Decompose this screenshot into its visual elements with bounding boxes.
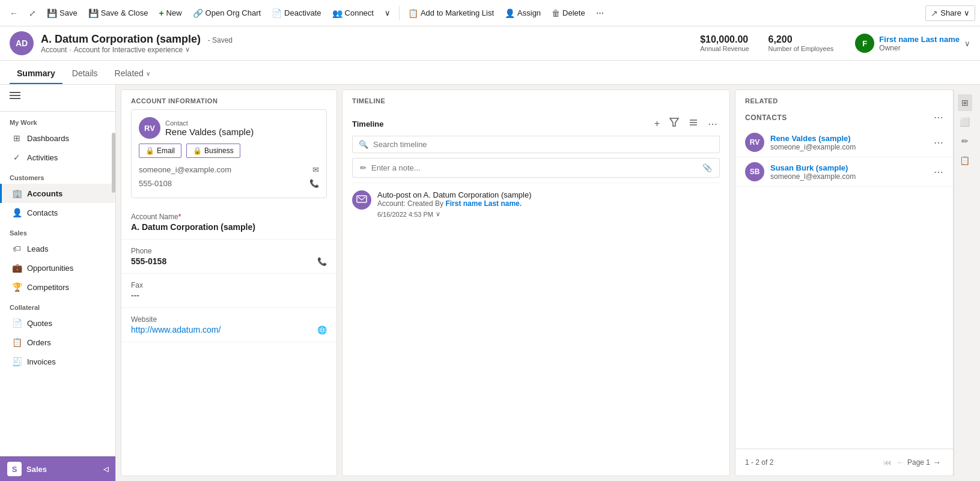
toolbar-dropdown-button[interactable]: ∨: [380, 6, 395, 20]
pagination-first-button[interactable]: ⏮: [881, 456, 894, 468]
contacts-label: CONTACTS: [745, 113, 934, 122]
contact-rene-avatar: RV: [745, 133, 764, 152]
email-button[interactable]: 🔒 Email: [139, 144, 181, 158]
deactivate-button[interactable]: 📄 Deactivate: [267, 6, 326, 20]
new-button[interactable]: + New: [154, 6, 186, 20]
post-dropdown-button[interactable]: ∨: [436, 210, 440, 218]
org-chart-button[interactable]: 🔗 Open Org Chart: [188, 6, 266, 20]
sidebar-item-accounts[interactable]: 🏢 Accounts: [0, 184, 115, 203]
account-name-label: Account Name*: [131, 213, 327, 221]
right-panel-container: RELATED CONTACTS ⋯ RV Rene Valdes (sampl…: [735, 89, 975, 476]
sidebar-item-leads[interactable]: 🏷 Leads: [0, 239, 115, 258]
side-icon-edit[interactable]: ✏: [958, 133, 972, 150]
app-chevron: ◁: [103, 465, 108, 473]
entity-header: AD A. Datum Corporation (sample) - Saved…: [0, 26, 980, 61]
owner-name[interactable]: First name Last name: [879, 35, 960, 44]
expand-icon: ⤢: [29, 8, 36, 18]
timeline-search: 🔍: [352, 136, 720, 153]
phone-label: Phone: [131, 247, 327, 255]
business-button[interactable]: 🔒 Business: [186, 144, 240, 158]
expand-button[interactable]: ⤢: [24, 6, 41, 20]
owner-label: Owner: [879, 44, 960, 52]
back-button[interactable]: ←: [5, 6, 23, 20]
connect-icon: 👥: [332, 8, 342, 18]
timeline-add-button[interactable]: +: [652, 117, 662, 130]
entity-saved: - Saved: [208, 36, 233, 44]
contact-susan-email: someone_l@example.com: [770, 172, 928, 181]
tab-summary[interactable]: Summary: [10, 64, 62, 84]
pagination-prev-button[interactable]: ←: [894, 456, 907, 468]
post-avatar: [352, 190, 371, 210]
share-button[interactable]: ↗ Share ∨: [925, 5, 975, 21]
more-button[interactable]: ⋯: [591, 6, 609, 20]
sidebar-item-dashboards[interactable]: ⊞ Dashboards: [0, 129, 115, 148]
app-label: Sales: [26, 465, 47, 474]
annual-revenue-label: Annual Revenue: [700, 45, 749, 52]
tab-related[interactable]: Related ∨: [108, 64, 157, 84]
contacts-header: CONTACTS ⋯: [735, 107, 953, 128]
sidebar-item-competitors[interactable]: 🏆 Competitors: [0, 277, 115, 297]
timeline-more-button[interactable]: ⋯: [705, 117, 720, 131]
sidebar-item-opportunities[interactable]: 💼 Opportunities: [0, 258, 115, 277]
note-input[interactable]: [371, 163, 698, 172]
website-label: Website: [131, 315, 327, 324]
contact-susan-name[interactable]: Susan Burk (sample): [770, 163, 928, 172]
back-icon: ←: [10, 8, 18, 18]
toolbar-separator: [399, 6, 400, 20]
connect-button[interactable]: 👥 Connect: [327, 6, 379, 20]
timeline-list-button[interactable]: [686, 116, 701, 131]
sidebar-sales-label: Sales: [0, 222, 115, 239]
fax-value: ---: [131, 291, 327, 300]
delete-button[interactable]: 🗑 Delete: [547, 6, 590, 20]
org-chart-icon: 🔗: [193, 8, 203, 18]
contact-rene-name[interactable]: Rene Valdes (sample): [770, 134, 928, 143]
sidebar-item-invoices[interactable]: 🧾 Invoices: [0, 352, 115, 371]
save-button[interactable]: 💾 Save: [42, 6, 82, 20]
side-icon-card[interactable]: ⬜: [956, 113, 973, 130]
contact-row-rene: RV Rene Valdes (sample) someone_i@exampl…: [735, 128, 953, 157]
contact-avatar: RV: [139, 117, 160, 139]
app-switcher[interactable]: S Sales ◁: [0, 456, 115, 481]
owner-dropdown-button[interactable]: ∨: [964, 39, 970, 48]
sidebar-item-orders[interactable]: 📋 Orders: [0, 333, 115, 352]
delete-icon: 🗑: [552, 8, 560, 18]
timeline-search-input[interactable]: [373, 140, 713, 149]
assign-button[interactable]: 👤 Assign: [500, 6, 546, 20]
timeline-panel: TIMELINE Timeline + ⋯ 🔍 ✏ 📎: [342, 89, 730, 476]
post-link[interactable]: First name Last name.: [445, 199, 522, 208]
assign-icon: 👤: [505, 8, 515, 18]
sidebar-collateral-label: Collateral: [0, 297, 115, 313]
contact-susan-avatar: SB: [745, 162, 764, 181]
experience-dropdown-button[interactable]: ∨: [185, 46, 190, 53]
save-close-button[interactable]: 💾 Save & Close: [84, 6, 153, 20]
website-field-group: Website http://www.adatum.com/ 🌐: [121, 308, 336, 342]
right-side-icons: ⊞ ⬜ ✏ 📋: [954, 89, 975, 476]
sidebar-item-activities[interactable]: ✓ Activities: [0, 148, 115, 167]
sidebar-scrollbar[interactable]: [112, 133, 115, 193]
sidebar-section-mywork: My Work ⊞ Dashboards ✓ Activities: [0, 112, 115, 167]
timeline-section-label: TIMELINE: [342, 90, 729, 109]
website-value[interactable]: http://www.adatum.com/: [131, 325, 221, 334]
share-icon: ↗: [931, 8, 938, 18]
hamburger-menu[interactable]: [10, 92, 22, 104]
phone-icon: 📞: [317, 257, 327, 266]
related-panel: RELATED CONTACTS ⋯ RV Rene Valdes (sampl…: [735, 89, 954, 476]
contact-row-susan: SB Susan Burk (sample) someone_l@example…: [735, 157, 953, 187]
contact-rene-more[interactable]: ⋯: [934, 137, 943, 148]
entity-title-area: A. Datum Corporation (sample) - Saved Ac…: [41, 33, 693, 54]
owner-avatar: F: [855, 34, 874, 53]
contacts-more-button[interactable]: ⋯: [934, 112, 943, 123]
tab-details[interactable]: Details: [65, 64, 105, 84]
side-icon-grid[interactable]: ⊞: [958, 94, 972, 111]
sidebar-item-contacts[interactable]: 👤 Contacts: [0, 203, 115, 222]
pagination-next-button[interactable]: →: [930, 456, 943, 468]
side-icon-list[interactable]: 📋: [956, 152, 973, 169]
timeline-title: Timeline: [352, 119, 647, 129]
marketing-button[interactable]: 📋 Add to Marketing List: [403, 6, 499, 20]
sidebar-item-quotes[interactable]: 📄 Quotes: [0, 313, 115, 333]
activities-icon: ✓: [11, 153, 22, 162]
page-label: Page 1: [907, 458, 930, 467]
attachment-icon: 📎: [702, 163, 712, 172]
contact-susan-more[interactable]: ⋯: [934, 166, 943, 178]
timeline-filter-button[interactable]: [667, 116, 681, 131]
